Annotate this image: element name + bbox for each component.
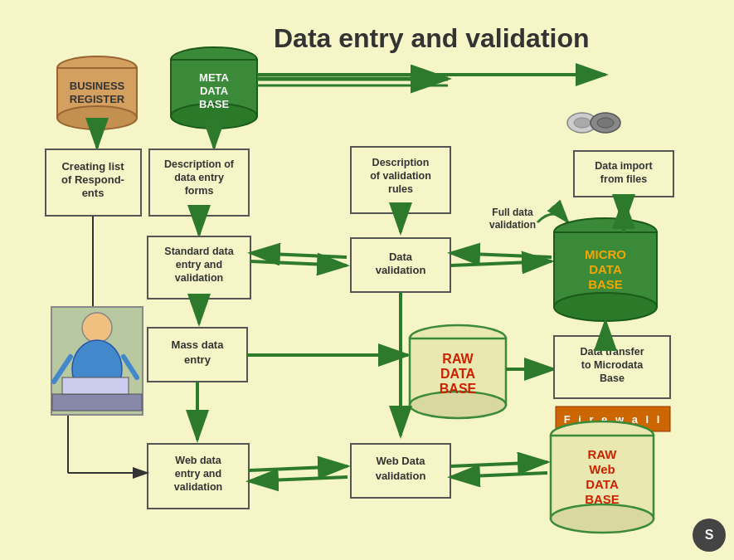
svg-text:Web: Web	[589, 462, 615, 476]
svg-rect-86	[351, 444, 450, 498]
svg-text:Description: Description	[372, 157, 430, 168]
svg-text:Data transfer: Data transfer	[580, 346, 644, 358]
svg-text:Data import: Data import	[595, 160, 653, 172]
svg-text:Data: Data	[389, 251, 413, 263]
svg-text:ents: ents	[82, 187, 105, 199]
svg-text:to Microdata: to Microdata	[581, 359, 644, 371]
svg-text:RAW: RAW	[442, 352, 474, 366]
svg-text:entry and: entry and	[175, 468, 221, 480]
svg-text:validation: validation	[376, 470, 426, 482]
svg-text:BASE: BASE	[440, 382, 477, 396]
svg-text:Creating list: Creating list	[61, 160, 124, 173]
svg-text:rules: rules	[388, 183, 413, 195]
svg-text:of validation: of validation	[370, 170, 431, 182]
svg-text:META: META	[199, 71, 229, 84]
svg-rect-94	[551, 436, 654, 519]
svg-text:Mass data: Mass data	[172, 338, 225, 351]
svg-text:validation: validation	[489, 219, 536, 231]
svg-text:entry: entry	[184, 353, 211, 366]
svg-rect-74	[554, 336, 670, 398]
svg-text:BASE: BASE	[199, 98, 229, 110]
svg-text:BASE: BASE	[588, 277, 623, 291]
svg-text:forms: forms	[185, 185, 214, 197]
svg-rect-57	[554, 232, 657, 307]
svg-rect-68	[410, 338, 506, 405]
svg-rect-80	[556, 407, 670, 431]
page-title: Data entry and validation	[274, 23, 590, 54]
svg-text:data entry: data entry	[174, 172, 224, 183]
svg-point-58	[554, 293, 657, 321]
svg-text:Base: Base	[600, 373, 625, 384]
svg-rect-20	[46, 149, 141, 216]
svg-rect-105	[51, 307, 143, 415]
svg-text:validation: validation	[376, 264, 426, 276]
svg-rect-63	[148, 328, 247, 382]
svg-point-8	[171, 47, 257, 72]
svg-text:MICRO: MICRO	[585, 247, 626, 261]
svg-text:Web data: Web data	[175, 455, 221, 466]
svg-rect-82	[148, 444, 249, 509]
svg-text:from files: from files	[600, 173, 647, 185]
svg-rect-32	[574, 151, 673, 197]
svg-text:F i r e w a l l: F i r e w a l l	[564, 413, 663, 426]
svg-line-89	[249, 466, 348, 470]
svg-text:entry and: entry and	[176, 259, 222, 270]
svg-text:BASE: BASE	[585, 492, 620, 506]
svg-point-36	[574, 118, 591, 128]
svg-text:REGISTER: REGISTER	[70, 93, 125, 105]
svg-rect-5	[57, 68, 137, 118]
svg-point-67	[410, 325, 506, 352]
svg-text:Full data: Full data	[492, 207, 533, 218]
svg-point-106	[82, 313, 112, 343]
svg-line-108	[54, 357, 70, 382]
svg-rect-47	[351, 238, 450, 292]
svg-point-37	[591, 113, 620, 133]
svg-text:DATA: DATA	[440, 367, 476, 381]
svg-line-51	[250, 253, 347, 257]
svg-point-4	[57, 56, 137, 80]
svg-rect-9	[171, 60, 257, 116]
svg-line-53	[450, 253, 552, 257]
svg-text:of Respond-: of Respond-	[61, 173, 124, 186]
svg-point-6	[57, 106, 137, 129]
svg-rect-111	[62, 377, 129, 394]
svg-rect-28	[351, 147, 450, 213]
svg-point-35	[567, 113, 597, 133]
svg-point-38	[597, 118, 614, 128]
svg-text:DATA: DATA	[200, 85, 229, 97]
svg-rect-24	[149, 149, 249, 216]
svg-point-107	[72, 340, 122, 398]
svg-rect-110	[52, 394, 142, 411]
svg-point-69	[410, 392, 506, 418]
svg-text:validation: validation	[174, 481, 222, 493]
svg-text:Web Data: Web Data	[377, 455, 426, 467]
svg-text:DATA: DATA	[586, 477, 619, 491]
svg-point-95	[551, 504, 654, 533]
svg-text:validation: validation	[175, 272, 223, 284]
svg-text:RAW: RAW	[588, 447, 618, 461]
svg-line-52	[450, 261, 552, 265]
diagram: Data entry and validation BUSINESS REGIS…	[0, 0, 734, 560]
logo: S	[693, 519, 726, 552]
svg-point-10	[171, 104, 257, 129]
svg-line-92	[450, 473, 547, 477]
svg-rect-41	[148, 236, 250, 299]
svg-text:DATA: DATA	[589, 262, 622, 276]
svg-point-56	[554, 218, 657, 246]
svg-text:Description of: Description of	[164, 158, 235, 170]
svg-line-50	[250, 261, 347, 265]
svg-point-93	[551, 421, 654, 450]
svg-line-90	[249, 477, 348, 481]
business-register-label: BUSINESS	[70, 80, 125, 92]
svg-line-91	[450, 462, 547, 466]
svg-text:Standard data: Standard data	[164, 246, 234, 257]
svg-line-109	[124, 357, 137, 377]
